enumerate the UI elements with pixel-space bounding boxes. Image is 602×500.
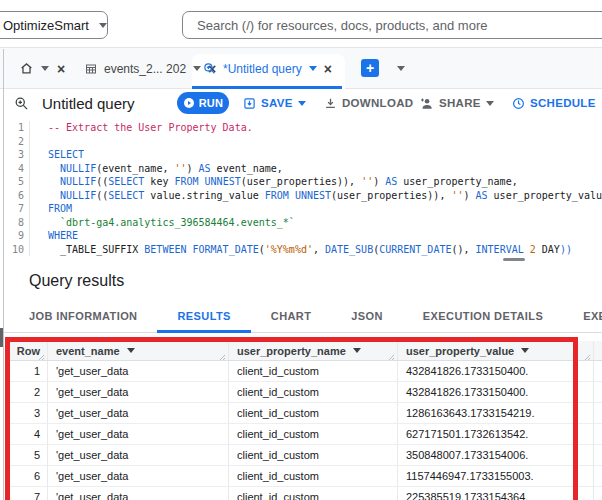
top-bar: OptimizeSmart Search (/) for resources, … (0, 0, 602, 48)
table-cell: 1157446947.1733155003. (398, 466, 594, 486)
column-resize-handle[interactable] (219, 351, 226, 358)
code-line[interactable]: 3SELECT (4, 148, 602, 162)
share-button[interactable]: SHARE (419, 89, 494, 117)
code-line[interactable]: 9WHERE (4, 229, 602, 243)
scrollbar-thumb[interactable] (0, 328, 3, 347)
query-results-heading: Query results (29, 272, 124, 290)
home-icon[interactable] (20, 62, 33, 75)
table-cell: 'get_user_data (48, 445, 229, 465)
chevron-down-icon[interactable] (309, 66, 317, 71)
column-resize-handle[interactable] (584, 351, 591, 358)
column-header[interactable]: user_property_value (398, 341, 594, 360)
column-resize-handle[interactable] (388, 351, 395, 358)
code-text: SELECT (30, 148, 84, 162)
table-cell: client_id_custom (229, 424, 398, 444)
table-cell: 'get_user_data (48, 361, 229, 381)
code-token: , (313, 244, 325, 255)
code-token: DATE_SUB (325, 244, 373, 255)
home-tab[interactable]: × (20, 48, 65, 89)
code-token: user_property_value, (488, 190, 602, 201)
column-header[interactable]: Row (10, 341, 48, 360)
chevron-down-icon[interactable] (41, 66, 49, 71)
code-token: FROM (48, 203, 72, 214)
results-tab-job-information[interactable]: JOB INFORMATION (9, 301, 157, 333)
table-cell: 2 (10, 382, 48, 402)
line-number: 5 (4, 175, 24, 189)
code-token: ) (187, 163, 199, 174)
sort-caret-icon[interactable] (127, 348, 135, 353)
code-token: SELECT (108, 190, 144, 201)
table-cell (594, 466, 602, 486)
table-cell: client_id_custom (229, 445, 398, 465)
chevron-down-icon[interactable] (298, 101, 306, 106)
chevron-down-icon[interactable] (193, 66, 201, 71)
tab-events-table[interactable]: events_2... 202 × (85, 48, 216, 89)
search-input[interactable]: Search (/) for resources, docs, products… (182, 11, 602, 39)
table-cell: client_id_custom (229, 382, 398, 402)
code-token: (user_properties)), (331, 190, 451, 201)
download-button[interactable]: DOWNLOAD (324, 89, 413, 117)
column-resize-handle[interactable] (38, 351, 45, 358)
sql-editor[interactable]: 1-- Extract the User Property Data.23SEL… (4, 117, 602, 257)
results-tab-json[interactable]: JSON (331, 301, 403, 333)
code-line[interactable]: 7FROM (4, 202, 602, 216)
table-row[interactable]: 1'get_user_dataclient_id_custom432841826… (10, 361, 602, 382)
code-token (48, 176, 60, 187)
table-row[interactable]: 3'get_user_dataclient_id_custom128616364… (10, 403, 602, 424)
close-icon[interactable]: × (57, 62, 65, 76)
project-selector[interactable]: OptimizeSmart (0, 11, 108, 39)
code-line[interactable]: 6 NULLIF((SELECT value.string_value FROM… (4, 189, 602, 203)
bigquery-console: OptimizeSmart Search (/) for resources, … (0, 0, 602, 500)
code-token: (( (96, 190, 108, 201)
table-cell: 1286163643.1733154219. (398, 403, 594, 423)
column-header[interactable]: event_name (48, 341, 229, 360)
table-cell: 350848007.1733154006. (398, 445, 594, 465)
code-text: NULLIF((SELECT value.string_value FROM U… (30, 189, 602, 203)
code-token: key (144, 176, 174, 187)
results-tab-bar: JOB INFORMATIONRESULTSCHARTJSONEXECUTION… (4, 301, 602, 333)
column-header-label: event_name (56, 345, 120, 357)
code-line[interactable]: 10 _TABLE_SUFFIX BETWEEN FORMAT_DATE('%Y… (4, 243, 602, 257)
code-token: `dbrt-ga4.analytics_396584464.events_*` (60, 217, 295, 228)
sort-caret-icon[interactable] (521, 348, 529, 353)
query-magnifier-icon (14, 96, 29, 111)
results-tab-execution-details[interactable]: EXECUTION DETAILS (403, 301, 563, 333)
close-icon[interactable]: × (324, 62, 332, 76)
code-text (30, 135, 48, 149)
table-row[interactable]: 7'get_user_dataclient_id_custom225385519… (10, 487, 602, 500)
panel-resize-handle[interactable] (503, 258, 525, 261)
code-line[interactable]: 1-- Extract the User Property Data. (4, 121, 602, 135)
code-token: '%Y%m%d' (265, 244, 313, 255)
code-line[interactable]: 2 (4, 135, 602, 149)
column-header[interactable]: user_property_name (229, 341, 398, 360)
schedule-button[interactable]: SCHEDULE (512, 89, 596, 117)
results-tab-chart[interactable]: CHART (251, 301, 332, 333)
table-row[interactable]: 6'get_user_dataclient_id_custom115744694… (10, 466, 602, 487)
table-cell: 'get_user_data (48, 487, 229, 500)
tab-untitled-query[interactable]: *Untitled query × (203, 48, 332, 89)
code-line[interactable]: 8 `dbrt-ga4.analytics_396584464.events_*… (4, 216, 602, 230)
query-toolbar: Untitled query RUN SAVE DOWNLOAD SHARE (0, 89, 602, 117)
query-title: Untitled query (42, 95, 135, 112)
table-row[interactable]: 5'get_user_dataclient_id_custom350848007… (10, 445, 602, 466)
project-name: OptimizeSmart (3, 18, 89, 33)
chevron-down-icon[interactable] (486, 101, 494, 106)
table-row[interactable]: 2'get_user_dataclient_id_custom432841826… (10, 382, 602, 403)
chevron-down-icon[interactable] (397, 66, 405, 71)
code-token: AS (476, 190, 488, 201)
new-query-button[interactable]: + (361, 59, 379, 77)
code-token (48, 190, 60, 201)
sort-caret-icon[interactable] (353, 348, 361, 353)
results-tab-results[interactable]: RESULTS (157, 301, 250, 333)
code-line[interactable]: 4 NULLIF(event_name, '') AS event_name, (4, 162, 602, 176)
schedule-label: SCHEDULE (530, 97, 596, 109)
save-button[interactable]: SAVE (243, 89, 306, 117)
code-token: SELECT (108, 176, 144, 187)
run-label: RUN (199, 97, 224, 109)
search-placeholder: Search (/) for resources, docs, products… (197, 18, 487, 33)
results-tab-execution-graph[interactable]: EXECUTION GRAPH (563, 301, 602, 333)
table-row[interactable]: 4'get_user_dataclient_id_custom627171501… (10, 424, 602, 445)
code-line[interactable]: 5 NULLIF((SELECT key FROM UNNEST(user_pr… (4, 175, 602, 189)
run-button[interactable]: RUN (177, 92, 229, 114)
table-header-row: Rowevent_nameuser_property_nameuser_prop… (10, 341, 602, 361)
